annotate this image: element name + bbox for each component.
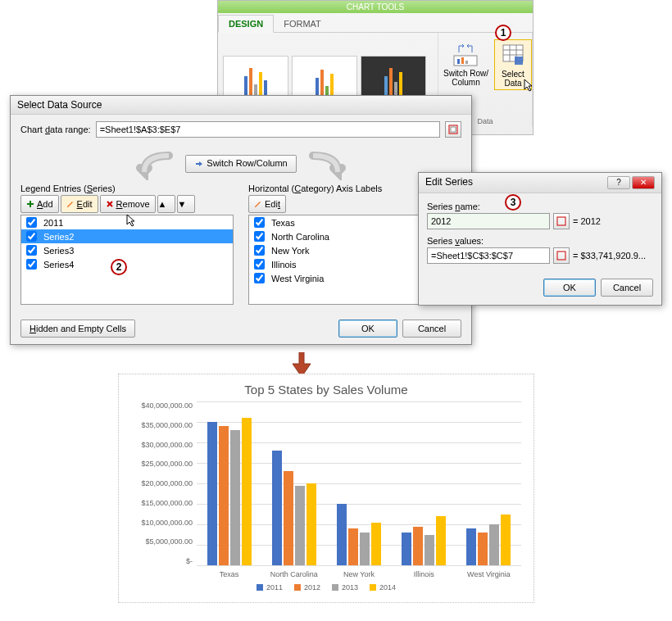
select-data-icon xyxy=(500,42,526,68)
hidden-empty-cells-button[interactable]: Hidden and Empty Cells xyxy=(20,320,135,338)
series-remove-button[interactable]: Remove xyxy=(100,195,156,213)
series-item: 2011 xyxy=(43,218,63,228)
chart-legend: 2011201220132014 xyxy=(131,583,521,592)
es-close-button[interactable]: ✕ xyxy=(632,176,655,189)
cursor-icon xyxy=(523,78,534,93)
cat-check-2[interactable] xyxy=(254,245,265,256)
series-move-up-button[interactable]: ▲ xyxy=(157,195,175,213)
es-ok-button[interactable]: OK xyxy=(543,279,596,297)
add-icon xyxy=(26,200,34,208)
cat-check-4[interactable] xyxy=(254,273,265,283)
series-name-label: Series name: xyxy=(427,202,653,211)
series-name-result: = 2012 xyxy=(573,216,601,226)
edit-series-dialog: Edit Series ? ✕ Series name: = 2012 Seri… xyxy=(418,172,662,306)
legend-entries-header: Legend Entries (Series) xyxy=(20,184,234,193)
axis-edit-button[interactable]: Edit xyxy=(248,195,286,213)
svg-rect-1 xyxy=(457,59,460,64)
series-name-input[interactable] xyxy=(427,213,550,229)
cat-item: New York xyxy=(271,246,309,256)
series-add-button[interactable]: Add xyxy=(20,195,59,213)
range-ref-icon xyxy=(556,251,566,261)
ribbon-title: CHART TOOLS xyxy=(218,1,533,13)
cursor-icon xyxy=(125,213,137,228)
series-edit-button[interactable]: Edit xyxy=(61,195,98,213)
ribbon-tabs: DESIGN FORMAT xyxy=(218,13,533,33)
switch-icon-small xyxy=(194,160,204,170)
chart[interactable]: Top 5 States by Sales Volume $40,000,000… xyxy=(118,374,534,603)
series-item: Series3 xyxy=(43,246,74,256)
svg-rect-2 xyxy=(461,57,464,64)
callout-3: 3 xyxy=(505,194,521,211)
svg-rect-14 xyxy=(557,217,565,225)
series-values-label: Series values: xyxy=(427,236,653,246)
series-values-ref-button[interactable] xyxy=(553,247,570,264)
sds-cancel-button[interactable]: Cancel xyxy=(402,320,461,338)
edit-icon xyxy=(254,200,262,208)
callout-2: 2 xyxy=(111,259,127,275)
series-listbox[interactable]: 2011 Series2 Series3 Series4 xyxy=(20,215,234,305)
svg-rect-3 xyxy=(465,61,468,64)
cat-item: West Virginia xyxy=(271,274,324,283)
range-ref-icon xyxy=(556,216,566,226)
cat-check-1[interactable] xyxy=(254,231,265,242)
cat-item: North Carolina xyxy=(271,232,329,242)
swap-arrow-left xyxy=(128,147,177,180)
range-ref-icon xyxy=(448,125,458,134)
sds-ok-button[interactable]: OK xyxy=(338,320,397,338)
switch-row-column-button[interactable]: Switch Row/ Column xyxy=(438,39,493,88)
switch-icon xyxy=(452,41,479,67)
es-help-button[interactable]: ? xyxy=(607,176,630,189)
series-item: Series2 xyxy=(43,232,74,242)
series-check-2[interactable] xyxy=(26,245,37,256)
tab-format[interactable]: FORMAT xyxy=(274,16,331,32)
svg-rect-15 xyxy=(557,252,565,260)
switch-row-column-dialog-button[interactable]: Switch Row/Column xyxy=(185,155,296,173)
y-axis: $40,000,000.00$35,000,000.00$30,000,000.… xyxy=(131,401,193,565)
select-data-button[interactable]: Select Data xyxy=(494,39,532,90)
edit-icon xyxy=(66,200,75,208)
cat-check-3[interactable] xyxy=(254,259,265,270)
bars xyxy=(197,401,521,565)
svg-rect-11 xyxy=(451,127,456,132)
series-move-down-button[interactable]: ▼ xyxy=(177,195,195,213)
series-values-result: = $33,741,920.9... xyxy=(573,251,646,261)
select-data-source-dialog: Select Data Source Chart data range: Swi… xyxy=(10,95,472,345)
range-ref-button[interactable] xyxy=(445,121,461,138)
sds-titlebar: Select Data Source xyxy=(11,96,471,115)
swap-arrow-right xyxy=(305,147,354,180)
es-titlebar: Edit Series ? ✕ xyxy=(419,173,661,193)
es-title: Edit Series xyxy=(425,176,473,189)
plot-area: $40,000,000.00$35,000,000.00$30,000,000.… xyxy=(197,401,521,565)
cat-item: Illinois xyxy=(271,260,297,270)
chart-data-range-input[interactable] xyxy=(96,121,440,138)
series-values-input[interactable] xyxy=(427,247,550,264)
svg-rect-13 xyxy=(27,203,34,205)
cat-item: Texas xyxy=(271,218,295,228)
series-name-ref-button[interactable] xyxy=(553,213,570,229)
chart-title: Top 5 States by Sales Volume xyxy=(131,383,521,397)
callout-1: 1 xyxy=(495,25,511,41)
svg-rect-9 xyxy=(515,57,523,65)
chart-data-range-label: Chart data range: xyxy=(20,125,91,134)
series-check-3[interactable] xyxy=(26,259,37,270)
es-cancel-button[interactable]: Cancel xyxy=(601,279,653,297)
cat-check-0[interactable] xyxy=(254,217,265,228)
series-check-1[interactable] xyxy=(26,231,37,242)
series-check-0[interactable] xyxy=(26,217,37,228)
sds-title: Select Data Source xyxy=(17,99,102,111)
x-axis: TexasNorth CarolinaNew YorkIllinoisWest … xyxy=(197,570,521,578)
series-item: Series4 xyxy=(43,260,74,270)
tab-design[interactable]: DESIGN xyxy=(218,15,274,33)
remove-icon xyxy=(106,200,114,208)
